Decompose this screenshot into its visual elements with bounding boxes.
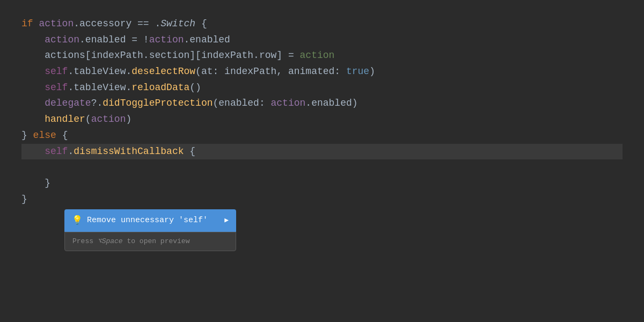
code-line-1: if action.accessory == .Switch { (21, 16, 623, 32)
hint-shortcut: ⌥Space (98, 237, 123, 245)
code-line-5: self.tableView.reloadData() (21, 80, 623, 96)
code-line-8: } else { (21, 128, 623, 144)
code-line-11: } (21, 175, 623, 192)
quickfix-label: Remove unnecessary 'self' (87, 214, 220, 228)
code-line-9: self.dismissWithCallback { (21, 144, 623, 160)
keyword-if: if (21, 16, 39, 32)
arrow-icon: ▶ (224, 215, 229, 226)
code-line-7: handler(action) (21, 112, 623, 128)
code-line-10 (21, 159, 623, 175)
quickfix-hint: Press ⌥Space to open preview (64, 232, 236, 251)
bulb-icon: 💡 (72, 214, 83, 228)
hint-prefix: Press (72, 237, 98, 245)
code-editor: if action.accessory == .Switch { action.… (0, 0, 644, 322)
quickfix-action[interactable]: 💡 Remove unnecessary 'self' ▶ (64, 209, 236, 232)
code-line-12: } (21, 192, 623, 208)
hint-suffix: to open preview (123, 237, 190, 245)
code-line-2: action.enabled = !action.enabled (21, 32, 623, 48)
code-line-4: self.tableView.deselectRow(at: indexPath… (21, 64, 623, 80)
code-line-6: delegate?.didToggleProtection(enabled: a… (21, 96, 623, 112)
quickfix-popup[interactable]: 💡 Remove unnecessary 'self' ▶ Press ⌥Spa… (64, 209, 236, 251)
code-line-3: actions[indexPath.section][indexPath.row… (21, 48, 623, 64)
var-action-1: action (39, 16, 74, 32)
